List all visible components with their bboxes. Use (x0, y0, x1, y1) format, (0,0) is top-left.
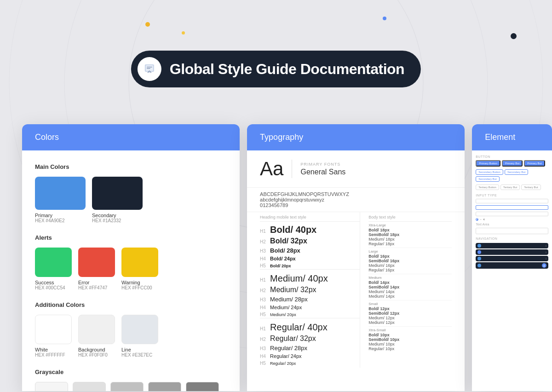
mini-nav-badge: 8 (542, 263, 546, 268)
swatch-name-line: Line (121, 347, 131, 352)
swatch-box-error (78, 248, 115, 277)
type-row-h5-regular: H5 Regular/ 20px (260, 360, 360, 367)
mini-input-1[interactable] (476, 199, 548, 203)
swatch-box-gray30 (110, 382, 144, 391)
swatch-name-error: Error (78, 280, 89, 285)
body-small-bold: Bold/ 12px (368, 306, 452, 311)
mini-textarea[interactable] (476, 228, 548, 234)
mini-nav-icon1: › (546, 244, 546, 248)
regular-heading-group: H1 Regular/ 40px H2 Regular/ 32px H3 Reg… (260, 319, 360, 368)
h3-regular-label: H3 (260, 346, 270, 351)
h3-medium-text: Medium/ 28px (270, 296, 308, 303)
mini-radio-row: • 4 (476, 218, 548, 221)
type-row-h2-medium: H2 Medium/ 32px (260, 285, 360, 295)
cards-container: Colors Main Colors Primary HEX #4A90E2 S… (0, 124, 552, 391)
mini-nav-row2: › (476, 249, 548, 255)
h5-bold-label: H5 (260, 263, 270, 268)
h3-bold-text: Bold/ 28px (270, 247, 300, 254)
swatch-box-warning (121, 248, 158, 277)
swatch-hex-background: HEX #F0F0F0 (78, 352, 108, 357)
h5-regular-text: Regular/ 20px (270, 361, 296, 366)
mini-btn-secondary2[interactable]: Secondary But (505, 169, 528, 175)
type-row-h3-bold: H3 Bold/ 28px (260, 246, 360, 255)
type-row-h1-medium: H1 Medium/ 40px (260, 272, 360, 285)
swatch-gray50: Grayscale 50 (186, 382, 219, 391)
body-xsmall-bold: Bold/ 10px (368, 333, 452, 337)
mini-btn-secondary1[interactable]: Secondary Button (476, 169, 503, 175)
header-title: Global Style Guide Documentation (170, 61, 404, 78)
header-icon (138, 57, 161, 81)
bold-heading-group: H1 Bold/ 40px H2 Bold/ 32px H3 Bold/ 28p… (260, 222, 360, 271)
type-row-h2-bold: H2 Bold/ 32px (260, 236, 360, 246)
body-xlarge-bold: Bold/ 18px (368, 228, 452, 232)
mini-nav-row3: › (476, 256, 548, 261)
body-small-regular: Medium/ 12px (368, 320, 452, 325)
mini-btn-primary3[interactable]: Primary But (524, 160, 545, 167)
h3-regular-text: Regular/ 28px (270, 345, 307, 352)
swatch-warning: Warning HEX #FFCC00 (121, 248, 158, 290)
mini-nav-icon2: › (546, 251, 546, 254)
swatch-success: Success HEX #00CC54 (35, 248, 72, 290)
colors-card-header: Colors (22, 124, 240, 150)
body-small-label: Small (368, 302, 452, 306)
h5-regular-label: H5 (260, 361, 270, 366)
body-large-semibold: SemiBold/ 16px (368, 259, 452, 263)
mini-btn-tertiary2[interactable]: Tertiary But (500, 184, 520, 190)
alerts-label: Alerts (35, 234, 227, 241)
swatch-name-success: Success (35, 280, 54, 285)
mini-input-row2 (476, 205, 548, 210)
mini-input-active[interactable] (476, 205, 548, 210)
mini-primary-buttons: Primary Button Primary But Primary But (476, 160, 548, 167)
h4-bold-text: Bold/ 24px (270, 256, 296, 261)
body-xlarge-regular: Regular/ 18px (368, 242, 452, 246)
font-aa-text: Aa (260, 158, 283, 180)
swatch-name-background: Background (78, 347, 105, 352)
colors-card-title: Colors (35, 133, 59, 142)
mini-nav-dot1 (477, 244, 481, 248)
swatch-box-white (35, 315, 72, 344)
type-row-h1-regular: H1 Regular/ 40px (260, 321, 360, 334)
swatch-box-gray40 (148, 382, 181, 391)
mini-nav-dot3 (477, 257, 481, 260)
font-info: PRIMARY FONTS General Sans (300, 162, 345, 176)
alphabet-line1: ABCDEFGHIJKLMNOPQRSTUVWXYZ (260, 191, 452, 197)
typography-card-title: Typography (260, 133, 303, 142)
mini-text-area-label: Text Area (476, 223, 548, 226)
el-input-label: Input type (476, 194, 548, 197)
mini-input-3[interactable] (476, 212, 548, 216)
body-small-semibold: SemiBold/ 12px (368, 311, 452, 316)
mini-btn-primary1[interactable]: Primary Button (476, 160, 500, 167)
swatch-gray10: Grayscale 10 (35, 382, 68, 391)
body-medium-regular: Medium/ 14px (368, 294, 452, 299)
swatch-white: White HEX #FFFFFF (35, 315, 72, 357)
mini-btn-primary2[interactable]: Primary But (502, 160, 523, 167)
body-large-bold: Bold/ 16px (368, 254, 452, 259)
decorative-dot-dark (511, 33, 517, 39)
swatch-hex-error: HEX #FF4747 (78, 285, 107, 290)
type-row-h3-medium: H3 Medium/ 28px (260, 295, 360, 304)
typography-card-header: Typography (247, 124, 465, 150)
mini-nav-icon3: › (546, 257, 546, 260)
mini-btn-secondary3[interactable]: Secondary But (476, 176, 499, 182)
h4-bold-label: H4 (260, 256, 270, 261)
body-medium-semibold: SemiBold/ 14px (368, 285, 452, 289)
h1-regular-text: Regular/ 40px (270, 322, 328, 333)
mini-input-row1 (476, 199, 548, 203)
element-card-body: BUTTON Primary Button Primary But Primar… (472, 150, 552, 274)
h2-medium-text: Medium/ 32px (270, 286, 316, 294)
mini-radio[interactable] (476, 218, 478, 221)
swatch-hex-line: HEX #E3E7EC (121, 352, 152, 357)
svg-rect-6 (147, 68, 150, 69)
swatch-secondary: Secondary HEX #1A2332 (92, 177, 143, 223)
mini-btn-tertiary3[interactable]: Tertiary But (521, 184, 540, 190)
colors-card: Colors Main Colors Primary HEX #4A90E2 S… (22, 124, 240, 391)
mini-btn-tertiary1[interactable]: Tertiary Button (476, 184, 499, 190)
swatch-box-gray50 (186, 382, 219, 391)
header-banner: Global Style Guide Documentation (131, 51, 421, 87)
type-row-h4-medium: H4 Medium/ 24px (260, 304, 360, 311)
type-row-h2-regular: H2 Regular/ 32px (260, 334, 360, 344)
body-xlarge-label: Xtra-Large (368, 223, 452, 227)
body-large-label: Large (368, 249, 452, 254)
swatch-box-primary (35, 177, 86, 210)
body-large-medium: Medium/ 16px (368, 263, 452, 268)
